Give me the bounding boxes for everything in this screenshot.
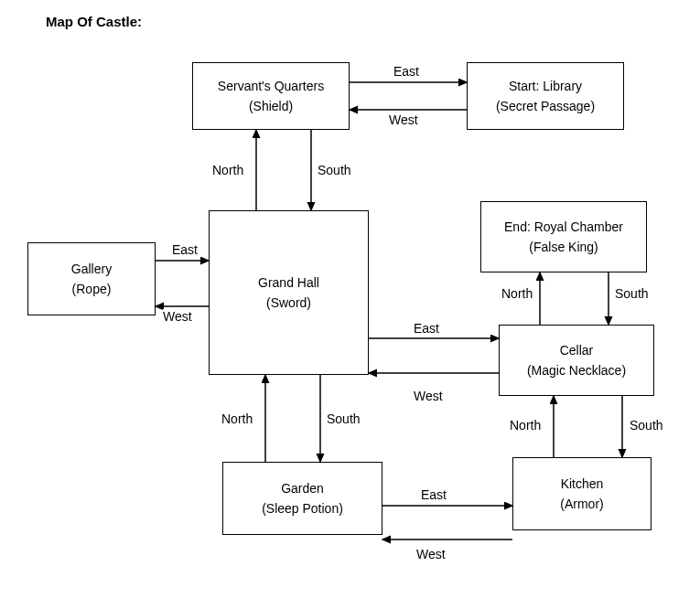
castle-map-diagram: Map Of Castle: Servant's Quarters (Shiel… [0, 0, 700, 609]
dir-west: West [389, 112, 418, 127]
dir-west: West [414, 389, 443, 403]
dir-south: South [630, 418, 663, 433]
dir-east: East [172, 242, 198, 257]
dir-east: East [393, 64, 419, 79]
dir-north: North [501, 286, 533, 301]
arrows-layer [0, 0, 700, 609]
dir-south: South [615, 286, 649, 301]
dir-south: South [327, 411, 361, 426]
dir-north: North [212, 163, 243, 177]
dir-west: West [416, 547, 446, 561]
dir-east: East [414, 321, 439, 336]
dir-east: East [421, 487, 447, 502]
dir-west: West [163, 309, 192, 324]
dir-south: South [318, 163, 351, 177]
dir-north: North [510, 418, 541, 433]
dir-north: North [221, 411, 253, 426]
